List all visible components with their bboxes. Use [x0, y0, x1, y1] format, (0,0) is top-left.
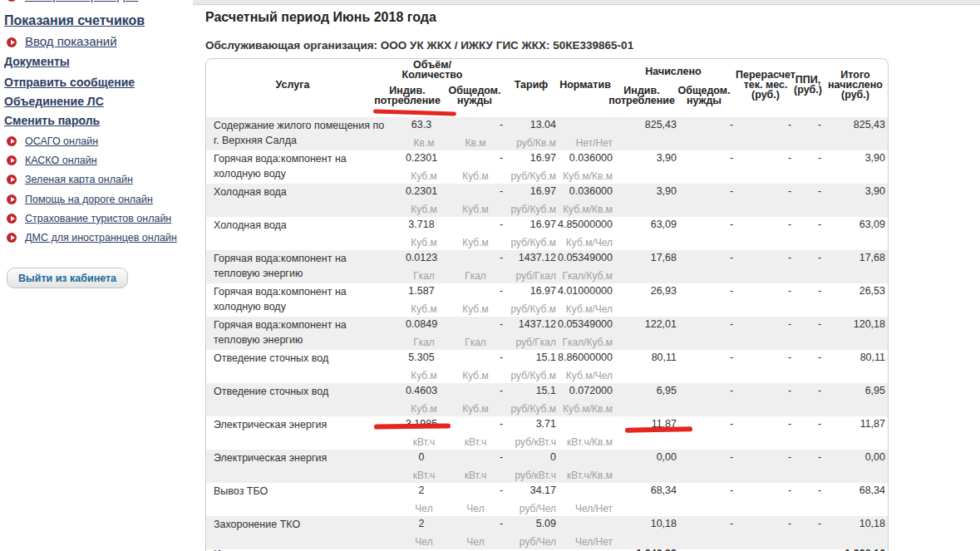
column-header-tariff: Тариф [506, 80, 556, 90]
sidebar-link-label: Ввод показаний [25, 34, 117, 48]
total-value: 825,43 [802, 118, 885, 131]
standard-unit: Гкал/Куб.м [538, 336, 613, 349]
column-header-volume-common: Общедом. нужды [441, 86, 508, 106]
arrow-bullet-icon [7, 0, 17, 2]
standard-unit: Куб.м/Кв.м [538, 203, 613, 216]
service-cell: Электрическая энергия [214, 450, 388, 465]
total-value: 120,18 [802, 317, 885, 331]
sidebar-link-label: ОСАГО онлайн [25, 135, 98, 147]
sidebar-item[interactable]: История переводов [7, 0, 138, 2]
service-cell: Холодная вода [214, 184, 388, 199]
service-cell: Итого [214, 547, 388, 551]
accrued-individual-value: 3,90 [593, 184, 677, 198]
accrued-common-empty: - [723, 384, 740, 397]
accrued-common-empty: - [723, 484, 740, 497]
table-row: Горячая вода:компонент на холодную воду0… [206, 150, 888, 184]
table-row: Горячая вода:компонент на тепловую энерг… [206, 250, 888, 283]
arrow-bullet-icon [7, 37, 17, 47]
arrow-bullet-icon [7, 214, 17, 224]
standard-unit: Куб.м/Чел [538, 303, 613, 316]
sidebar-link-label: КАСКО онлайн [25, 155, 97, 166]
accrued-individual-value: 10,18 [593, 517, 677, 530]
service-cell: Захоронение ТКО [214, 517, 388, 532]
column-header-accrued-individual: Индив. потребление [603, 86, 682, 106]
accrued-common-empty: - [723, 151, 740, 165]
sidebar-item[interactable]: Помощь на дороге онлайн [7, 192, 153, 206]
table-row: Горячая вода:компонент на холодную воду1… [206, 283, 888, 317]
table-row: Электрическая энергия3.1985кВт.чкВт.ч-3.… [206, 416, 888, 450]
page-title: Расчетный период Июнь 2018 года [205, 10, 436, 25]
accrued-individual-value: 825,43 [593, 118, 677, 131]
sidebar-item[interactable]: ОСАГО онлайн [7, 134, 98, 148]
arrow-bullet-icon [7, 136, 17, 146]
accrued-common-empty: - [723, 351, 740, 364]
sidebar-item[interactable]: ДМС для иностраннцев онлайн [7, 230, 177, 244]
total-value: 26,53 [802, 284, 885, 298]
standard-unit: Куб.м/Кв.м [538, 402, 613, 416]
accrued-common-empty: - [723, 184, 740, 198]
recalc-empty: - [781, 484, 798, 497]
tariff-value: 3.71 [456, 417, 556, 430]
arrow-bullet-icon [7, 233, 17, 243]
service-cell: Горячая вода:компонент на тепловую энерг… [214, 251, 388, 281]
top-banner-edge [193, 0, 980, 5]
total-value: 68,34 [802, 484, 885, 497]
volume-individual-value: 0.2301 [376, 184, 467, 198]
table-row: Электрическая энергия0кВт.чкВт.ч-0руб/кВ… [206, 450, 888, 483]
recalc-empty: - [781, 450, 798, 464]
service-cell: Холодная вода [214, 218, 388, 233]
sidebar-item[interactable]: КАСКО онлайн [7, 153, 97, 167]
sidebar-link-label: Страхование туристов онлайн [25, 213, 171, 224]
sidebar-item[interactable]: Зеленая карта онлайн [7, 172, 133, 186]
service-cell: Отведение сточных вод [214, 351, 388, 366]
accrued-common-empty: - [723, 118, 740, 131]
logout-button[interactable]: Выйти из кабинета [7, 268, 128, 288]
tariff-value: 5.09 [456, 517, 556, 530]
column-header-volume-group: Объём/ Количество [387, 60, 478, 80]
accrued-individual-value: 0,00 [593, 450, 677, 464]
service-cell: Электрическая энергия [214, 417, 388, 432]
sidebar-item[interactable]: Документы [4, 55, 70, 68]
sidebar-item[interactable]: Ввод показаний [7, 35, 117, 48]
standard-unit: Куб.м/Кв.м [538, 170, 613, 183]
organization-line: Обслуживающая организация: ООО УК ЖКХ / … [205, 39, 633, 52]
recalc-empty: - [781, 184, 798, 198]
accrued-individual-value: 68,34 [593, 484, 677, 497]
standard-unit: Куб.м/Чел [538, 369, 613, 382]
accrued-individual-value: 122,01 [593, 317, 677, 331]
accrued-common-empty: - [723, 218, 740, 231]
total-value: 1.238,16 [802, 547, 885, 551]
accrued-individual-value: 80,11 [593, 351, 677, 364]
standard-unit: кВт.ч/Кв.м [538, 435, 613, 449]
accrued-individual-value: 26,93 [593, 284, 677, 298]
volume-individual-value: 0.2301 [376, 151, 467, 165]
sidebar-item[interactable]: Показания счетчиков [4, 14, 145, 27]
volume-individual-value: 3.718 [376, 218, 467, 231]
service-cell: Горячая вода:компонент на холодную воду [214, 284, 388, 314]
volume-individual-value: 5.305 [376, 351, 467, 364]
sidebar-item[interactable]: Сменить пароль [4, 114, 100, 127]
table-row: Горячая вода:компонент на тепловую энерг… [206, 317, 888, 350]
table-row: Холодная вода0.2301Куб.мКуб.м-16.97руб/К… [206, 184, 888, 217]
volume-individual-value: 0 [376, 450, 467, 464]
volume-individual-value: 0.0123 [376, 251, 467, 264]
arrow-bullet-icon [7, 155, 17, 165]
table-body: Содержание жилого помещения по г. Верхня… [206, 117, 888, 551]
accrued-common-empty: - [723, 251, 740, 264]
tariff-value: 13.04 [456, 118, 556, 131]
service-cell: Отведение сточных вод [214, 384, 388, 399]
service-cell: Горячая вода:компонент на холодную воду [214, 151, 388, 181]
total-value: 0,00 [802, 450, 885, 464]
recalc-empty: - [781, 351, 798, 364]
recalc-empty: - [781, 118, 798, 131]
volume-individual-value: 1.587 [376, 284, 467, 298]
sidebar-item[interactable]: Страхование туристов онлайн [7, 211, 171, 225]
sidebar-item[interactable]: Объединение ЛС [4, 95, 104, 108]
total-value: 63,09 [802, 218, 885, 231]
sidebar-nav: История переводовПоказания счетчиковВвод… [0, 0, 193, 551]
standard-unit: Чел/Нет [538, 502, 613, 515]
volume-individual-value: 2 [376, 484, 467, 497]
sidebar-item[interactable]: Отправить сообщение [4, 76, 135, 89]
sidebar-link-label: Помощь на дороге онлайн [25, 194, 153, 205]
total-value: 11,87 [802, 417, 885, 430]
